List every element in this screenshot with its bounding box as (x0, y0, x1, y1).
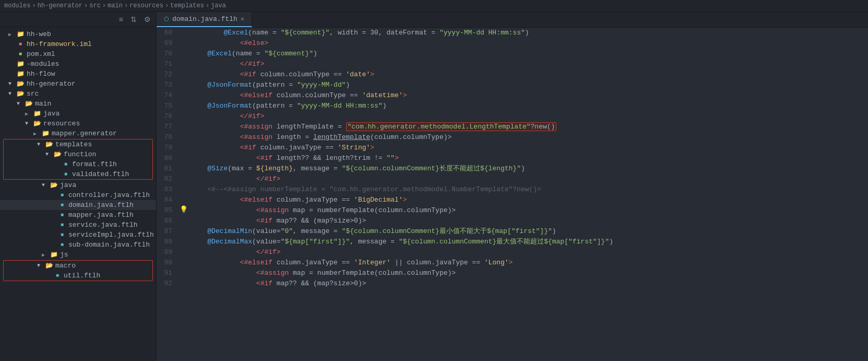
code-line-82: 82 </#if> (157, 174, 868, 184)
tree-label: hh-framework.iml (27, 40, 92, 48)
breadcrumb: modules › hh-generator › src › main › re… (0, 0, 868, 12)
expand-all-button[interactable]: ⇅ (128, 14, 139, 25)
line-content: <#else> (189, 38, 868, 49)
sidebar-item-mapper-java-ftlh[interactable]: ■ mapper.java.ftlh (0, 210, 156, 220)
breadcrumb-java[interactable]: java (211, 2, 226, 9)
line-number: 75 (157, 101, 179, 111)
folder-icon: 📁 (16, 30, 25, 38)
tab-domain-java-ftlh[interactable]: ⬡ domain.java.ftlh ✕ (157, 12, 252, 27)
breadcrumb-sep-6: › (206, 2, 209, 9)
line-content: </#if> (189, 111, 868, 122)
tree-label: hh-flow (27, 70, 55, 78)
tree-arrow: ▼ (17, 101, 24, 107)
collapse-all-button[interactable]: ≡ (117, 14, 125, 25)
code-editor[interactable]: 68 @Excel(name = "${comment}", width = 3… (157, 28, 868, 361)
line-number: 69 (157, 38, 179, 49)
line-content: @Excel(name = "${comment}", width = 30, … (189, 28, 868, 38)
sidebar-item-service-java-ftlh[interactable]: ■ service.java.ftlh (0, 220, 156, 230)
file-ftlh-icon: ■ (57, 222, 67, 228)
line-number: 72 (157, 69, 179, 80)
folder-icon: 📂 (44, 262, 54, 270)
line-content: </#if> (189, 247, 868, 258)
breadcrumb-sep-4: › (124, 2, 128, 9)
folder-icon: 📂 (53, 150, 62, 158)
sidebar-item-java-folder[interactable]: ▶ 📁 java (0, 109, 156, 119)
tree-label: validated.ftlh (72, 170, 129, 178)
sidebar-item-modules[interactable]: 📁 -modules (0, 59, 156, 69)
folder-icon: 📂 (32, 120, 42, 127)
file-ftlh-icon: ■ (61, 161, 70, 167)
sidebar: ≡ ⇅ ⚙ ▶ 📁 hh-web ■ hh-framework.iml (0, 12, 157, 361)
sidebar-item-resources[interactable]: ▼ 📂 resources (0, 119, 156, 129)
code-line-74: 74 <#elseif column.columnType == 'dateti… (157, 90, 868, 101)
tree-arrow: ▼ (8, 91, 16, 97)
folder-icon: 📁 (32, 110, 42, 118)
sidebar-item-main[interactable]: ▼ 📂 main (0, 99, 156, 109)
line-gutter: 💡 (179, 205, 189, 214)
sidebar-item-src[interactable]: ▼ 📂 src (0, 89, 156, 99)
tree-label: function (64, 150, 96, 158)
breadcrumb-modules[interactable]: modules (4, 2, 30, 9)
editor-tabs: ⬡ domain.java.ftlh ✕ (157, 12, 868, 28)
line-content: <#elseif column.columnType == 'datetime'… (189, 90, 868, 101)
tree-arrow: ▶ (33, 131, 41, 137)
breadcrumb-src[interactable]: src (89, 2, 101, 9)
tree-label: hh-web (27, 30, 51, 38)
file-ftlh-icon: ■ (57, 212, 67, 218)
macro-highlight-group: ▼ 📂 macro ■ util.ftlh (3, 260, 153, 281)
tree-label: js (60, 251, 68, 259)
line-content: <#if map?? && (map?size>0)> (189, 216, 868, 226)
folder-icon: 📁 (16, 60, 25, 68)
tab-close-button[interactable]: ✕ (241, 16, 244, 22)
tree-arrow: ▼ (37, 263, 44, 269)
line-number: 86 (157, 216, 179, 226)
sidebar-item-macro[interactable]: ▼ 📂 macro (4, 261, 152, 271)
sidebar-item-serviceimpl-java-ftlh[interactable]: ■ serviceImpl.java.ftlh (0, 230, 156, 240)
file-ftlh-icon: ■ (53, 273, 62, 278)
breadcrumb-hh-generator[interactable]: hh-generator (38, 2, 82, 9)
line-number: 81 (157, 164, 179, 174)
breadcrumb-sep-2: › (84, 2, 88, 9)
breadcrumb-resources[interactable]: resources (129, 2, 163, 9)
code-line-89: 89 </#if> (157, 247, 868, 258)
sidebar-item-hh-generator[interactable]: ▼ 📂 hh-generator (0, 79, 156, 89)
code-line-85: 85 💡 <#assign map = numberTemplate(colum… (157, 205, 868, 216)
file-ftlh-icon: ■ (57, 192, 67, 198)
line-number: 92 (157, 278, 179, 289)
line-number: 68 (157, 28, 179, 38)
sidebar-item-sub-domain-java-ftlh[interactable]: ■ sub-domain.java.ftlh (0, 240, 156, 250)
line-number: 80 (157, 153, 179, 164)
code-line-92: 92 <#if map?? && (map?size>0)> (157, 278, 868, 289)
tree-arrow: ▶ (25, 111, 32, 117)
code-line-73: 73 @JsonFormat(pattern = "yyyy-MM-dd") (157, 80, 868, 90)
sidebar-item-mapper-generator[interactable]: ▶ 📁 mapper.generator (0, 129, 156, 138)
sidebar-item-validated-ftlh[interactable]: ■ validated.ftlh (4, 169, 152, 179)
tree-label: pom.xml (27, 50, 55, 58)
tree-arrow: ▼ (37, 142, 44, 147)
sidebar-item-domain-java-ftlh[interactable]: ■ domain.java.ftlh (0, 200, 156, 210)
sidebar-item-hh-framework-iml[interactable]: ■ hh-framework.iml (0, 39, 156, 49)
editor-area: ⬡ domain.java.ftlh ✕ 68 @Excel(name = "$… (157, 12, 868, 361)
templates-highlight-group: ▼ 📂 templates ▼ 📂 function ■ format.ftl (3, 139, 153, 180)
sidebar-item-pom-xml[interactable]: ■ pom.xml (0, 49, 156, 59)
sidebar-item-hh-web[interactable]: ▶ 📁 hh-web (0, 29, 156, 39)
code-line-83: 83 <#--<#assign numberTemplate = "com.hh… (157, 184, 868, 195)
sidebar-item-js[interactable]: ▶ 📁 js (0, 250, 156, 260)
sidebar-item-format-ftlh[interactable]: ■ format.ftlh (4, 159, 152, 169)
tree-label: domain.java.ftlh (68, 201, 134, 209)
line-number: 83 (157, 184, 179, 195)
breadcrumb-main[interactable]: main (108, 2, 123, 9)
tree-label: mapper.generator (52, 130, 117, 137)
line-number: 70 (157, 49, 179, 59)
settings-button[interactable]: ⚙ (142, 14, 153, 25)
line-content: @JsonFormat(pattern = "yyyy-MM-dd") (189, 80, 868, 90)
sidebar-item-util-ftlh[interactable]: ■ util.ftlh (4, 271, 152, 281)
sidebar-item-java-subfolder[interactable]: ▼ 📂 java (0, 180, 156, 190)
breadcrumb-templates[interactable]: templates (170, 2, 204, 9)
tree-arrow: ▼ (8, 81, 16, 87)
sidebar-item-templates[interactable]: ▼ 📂 templates (4, 139, 152, 149)
sidebar-item-hh-flow[interactable]: 📁 hh-flow (0, 69, 156, 79)
tree-label: src (27, 90, 39, 98)
sidebar-item-function[interactable]: ▼ 📂 function (4, 149, 152, 159)
sidebar-item-controller-java-ftlh[interactable]: ■ controller.java.ftlh (0, 190, 156, 200)
